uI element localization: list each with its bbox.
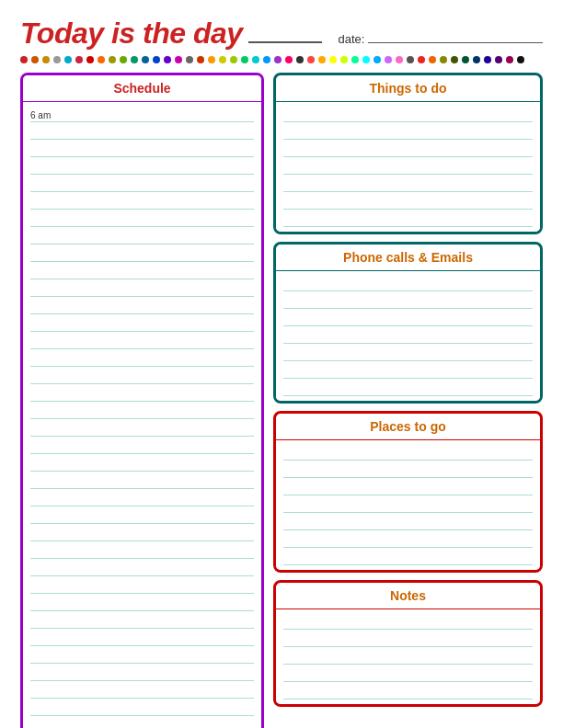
schedule-line (30, 560, 254, 576)
color-dot (307, 56, 315, 63)
schedule-section: Schedule 6 am (20, 73, 264, 728)
color-dot (53, 56, 61, 63)
places-line (283, 461, 533, 478)
schedule-line (30, 350, 254, 367)
schedule-line (30, 210, 254, 227)
phone-title: Phone calls & Emails (343, 250, 473, 265)
phone-line (283, 310, 533, 326)
schedule-line (30, 123, 254, 140)
color-dot (440, 56, 447, 63)
notes-title: Notes (390, 588, 426, 603)
schedule-line (30, 542, 254, 559)
things-line (283, 193, 533, 210)
phone-lined-area[interactable] (276, 271, 540, 401)
schedule-line (30, 717, 254, 728)
color-dot (362, 56, 370, 63)
places-lined-area[interactable] (276, 440, 540, 570)
schedule-line (30, 158, 254, 175)
places-line (283, 531, 533, 548)
schedule-line (30, 630, 254, 646)
schedule-line (30, 403, 254, 419)
schedule-line (30, 525, 254, 541)
phone-line (283, 275, 533, 291)
phone-header: Phone calls & Emails (276, 245, 540, 271)
color-dot (175, 56, 182, 63)
places-line (283, 549, 533, 565)
title-underline (248, 41, 322, 43)
date-label: date: (339, 32, 365, 46)
color-dot (385, 56, 392, 63)
phone-line (283, 380, 533, 396)
schedule-line (30, 612, 254, 629)
color-dot (285, 56, 293, 63)
schedule-line (30, 472, 254, 489)
notes-header: Notes (276, 583, 540, 609)
schedule-title: Schedule (113, 81, 170, 96)
color-dot (495, 56, 502, 63)
schedule-line (30, 682, 254, 699)
right-column: Things to do Phone calls & Emails Places… (273, 73, 543, 728)
notes-line (283, 631, 533, 647)
schedule-line (30, 176, 254, 192)
schedule-line (30, 298, 254, 314)
color-dot (153, 56, 160, 63)
phone-line (283, 327, 533, 344)
things-line (283, 141, 533, 157)
phone-calls-section: Phone calls & Emails (273, 242, 543, 404)
color-dot (351, 56, 359, 63)
left-column: Schedule 6 am (20, 73, 264, 728)
color-dot (120, 56, 127, 63)
color-dot (142, 56, 149, 63)
schedule-line (30, 665, 254, 681)
schedule-line (30, 455, 254, 472)
phone-line (283, 345, 533, 361)
things-line (283, 176, 533, 192)
color-dot (86, 56, 94, 63)
color-dot (64, 56, 72, 63)
color-dot (517, 56, 524, 63)
color-dot (263, 56, 270, 63)
schedule-line (30, 280, 254, 297)
color-dot (241, 56, 248, 63)
schedule-line (30, 385, 254, 402)
places-line (283, 496, 533, 513)
dots-row (20, 56, 543, 63)
color-dot (340, 56, 348, 63)
color-dot (208, 56, 215, 63)
notes-lined-area[interactable] (276, 609, 540, 704)
things-line (283, 158, 533, 175)
places-header: Places to go (276, 414, 540, 440)
notes-section: Notes (273, 580, 543, 707)
page-title: Today is the day (20, 17, 243, 51)
color-dot (296, 56, 304, 63)
places-to-go-section: Places to go (273, 411, 543, 573)
notes-line (283, 648, 533, 665)
schedule-line (30, 141, 254, 157)
time-6am: 6 am (30, 110, 51, 120)
schedule-header: Schedule (23, 75, 261, 102)
places-line (283, 479, 533, 495)
color-dot (484, 56, 491, 63)
schedule-lined-area[interactable]: 6 am (23, 102, 261, 728)
color-dot (473, 56, 480, 63)
color-dot (429, 56, 436, 63)
color-dot (98, 56, 105, 63)
color-dot (109, 56, 116, 63)
things-to-do-section: Things to do (273, 73, 543, 234)
color-dot (219, 56, 226, 63)
color-dot (274, 56, 282, 63)
things-lined-area[interactable] (276, 102, 540, 232)
notes-line (283, 665, 533, 682)
color-dot (42, 56, 50, 63)
color-dot (197, 56, 204, 63)
schedule-line (30, 700, 254, 716)
color-dot (373, 56, 381, 63)
phone-line (283, 292, 533, 309)
things-line (283, 106, 533, 122)
color-dot (418, 56, 425, 63)
page-header: Today is the day date: (20, 17, 543, 51)
color-dot (186, 56, 193, 63)
schedule-line (30, 577, 254, 594)
color-dot (396, 56, 403, 63)
schedule-line (30, 438, 254, 454)
